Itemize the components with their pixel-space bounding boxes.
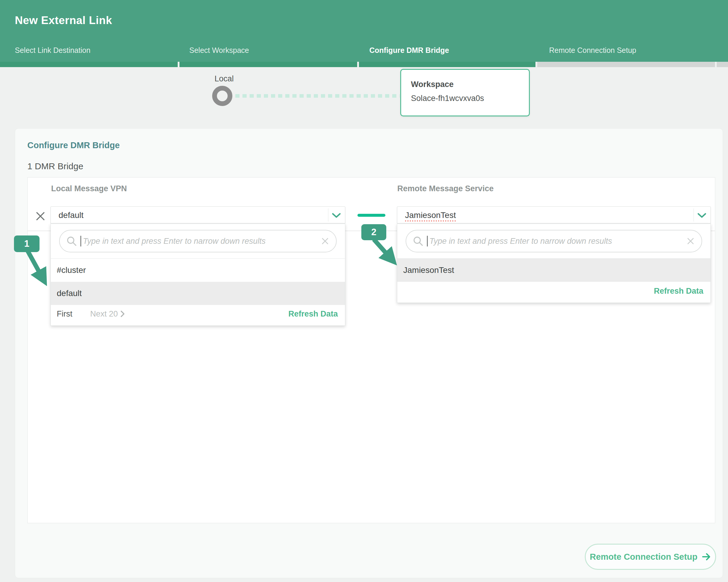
remote-service-dropdown: JamiesonTest Refresh Data [397,224,711,303]
annotation-badge-2: 2 [361,224,386,240]
tab-select-workspace[interactable]: Select Workspace [189,46,249,55]
annotation-arrow-1 [15,248,62,296]
remove-bridge-row-icon[interactable] [35,211,46,222]
pagination-next-label: Next 20 [90,309,118,318]
option-cluster[interactable]: #cluster [51,259,345,282]
annotation-arrow-2 [365,238,413,276]
workspace-card-title: Workspace [411,80,529,89]
tab-underline-5-fragment [717,62,728,67]
search-icon [413,236,423,246]
refresh-data-link[interactable]: Refresh Data [288,309,338,318]
local-vpn-selected-value: default [58,211,83,220]
tab-configure-dmr-bridge[interactable]: Configure DMR Bridge [369,46,449,55]
text-caret [427,236,427,246]
remote-service-search [406,230,702,252]
option-jamiesontest[interactable]: JamiesonTest [397,259,710,282]
local-vpn-select[interactable]: default [51,206,345,224]
remote-service-selected-value: JamiesonTest [405,211,456,222]
workspace-card: Workspace Solace-fh1wcvxva0s [400,69,530,116]
local-vpn-search-input[interactable] [83,237,321,246]
chevron-right-icon [120,310,125,317]
refresh-data-link[interactable]: Refresh Data [654,286,703,296]
panel-heading: Configure DMR Bridge [27,140,120,150]
clear-search-icon[interactable] [321,237,330,246]
pagination-first[interactable]: First [57,309,72,318]
tab-underline-1 [0,62,178,67]
remote-connection-setup-button-label: Remote Connection Setup [590,552,698,562]
option-default[interactable]: default [51,282,345,305]
remote-service-dropdown-footer: Refresh Data [397,279,710,303]
select-divider [694,209,694,222]
tab-remote-connection-setup[interactable]: Remote Connection Setup [549,46,636,55]
local-vpn-search [59,230,337,252]
bridge-dotted-connector [235,94,400,98]
local-node-ring-icon [212,86,232,106]
text-caret [80,236,81,246]
remote-service-options: JamiesonTest [397,258,710,282]
local-node-label: Local [214,74,234,83]
bridge-link-dash [358,214,385,217]
local-vpn-options: #cluster default [51,258,345,305]
chevron-down-icon [332,213,341,218]
search-icon [66,236,77,246]
tab-select-link-destination[interactable]: Select Link Destination [15,46,90,55]
tab-underline-3 [359,62,536,67]
chevron-down-icon [697,213,706,218]
tab-underline-2 [180,62,357,67]
annotation-badge-1: 1 [14,235,40,252]
remote-service-select[interactable]: JamiesonTest [397,206,711,224]
remote-connection-setup-button[interactable]: Remote Connection Setup [585,544,716,570]
column-header-remote-message-service: Remote Message Service [397,184,494,193]
pagination-next[interactable]: Next 20 [90,309,125,318]
tab-underline-4 [537,62,715,67]
local-vpn-dropdown-footer: First Next 20 Refresh Data [51,302,345,326]
column-header-local-message-vpn: Local Message VPN [51,184,127,193]
local-vpn-dropdown: #cluster default First Next 20 Refresh D… [51,224,345,326]
bridge-count-label: 1 DMR Bridge [27,161,83,171]
remote-service-search-input[interactable] [430,237,686,246]
clear-search-icon[interactable] [686,237,695,246]
arrow-right-icon [702,552,711,561]
workspace-card-name: Solace-fh1wcvxva0s [411,94,529,103]
page-title: New External Link [15,14,112,27]
